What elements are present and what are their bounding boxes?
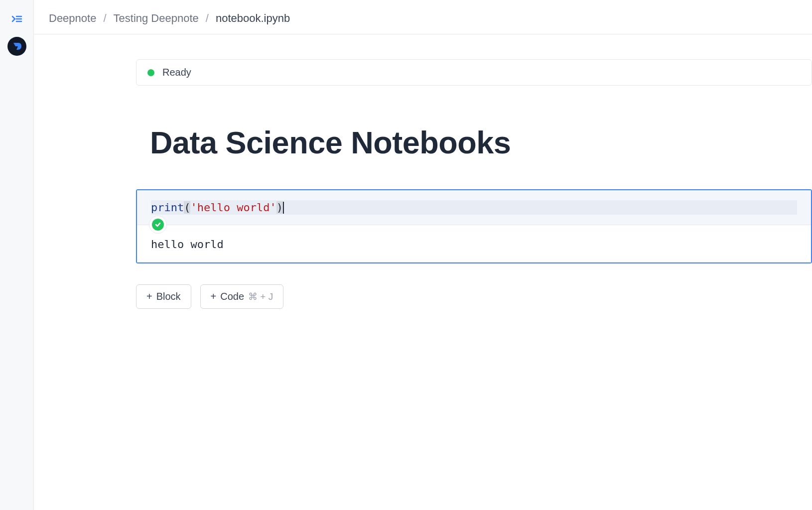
sidebar-toggle-button[interactable] [10,14,24,26]
breadcrumb-separator: / [206,12,209,25]
cell-output: hello world [137,225,811,262]
content-area: Ready Data Science Notebooks print('hell… [34,34,812,510]
breadcrumb-root[interactable]: Deepnote [49,12,96,25]
text-cursor [283,202,284,214]
breadcrumb-separator: / [103,12,106,25]
keyboard-shortcut-hint: ⌘ + J [248,291,273,302]
code-token-paren: ) [276,201,283,214]
sidebar [0,0,34,510]
deepnote-logo-icon [11,41,22,52]
status-label: Ready [162,67,191,78]
main: Deepnote / Testing Deepnote / notebook.i… [34,0,812,510]
plus-icon: + [146,291,152,302]
plus-icon: + [211,291,217,302]
notebook-title[interactable]: Data Science Notebooks [136,125,812,160]
code-token-paren: ( [184,201,190,214]
status-dot-icon [147,69,154,76]
breadcrumb: Deepnote / Testing Deepnote / notebook.i… [34,0,812,34]
add-code-label: Code [220,291,244,302]
code-cell[interactable]: print('hello world') hello world [136,189,812,263]
code-token-function: print [151,201,184,214]
add-block-button[interactable]: + Block [136,284,191,309]
breadcrumb-current: notebook.ipynb [216,12,290,25]
add-block-label: Block [156,291,181,302]
cell-actions: + Block + Code ⌘ + J [136,284,812,309]
breadcrumb-project[interactable]: Testing Deepnote [114,12,199,25]
kernel-status-bar[interactable]: Ready [136,59,812,86]
code-editor[interactable]: print('hello world') [137,190,811,225]
sidebar-toggle-icon [11,15,23,25]
check-icon [154,221,161,228]
add-code-button[interactable]: + Code ⌘ + J [200,284,284,309]
code-token-string: 'hello world' [190,201,276,214]
deepnote-logo-button[interactable] [7,37,26,56]
cell-status-badge [149,216,167,234]
